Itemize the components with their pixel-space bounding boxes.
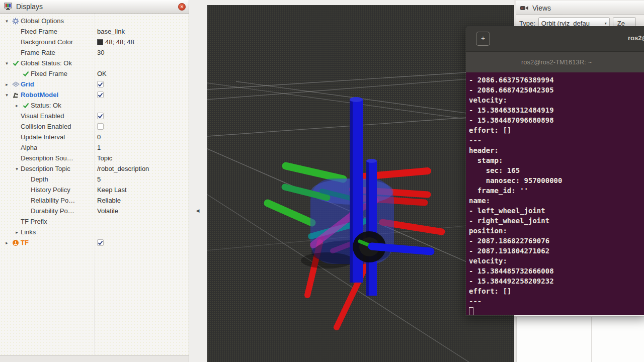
terminal-line: - 2087.191804271062 (469, 246, 644, 256)
property-label: TF Prefix (21, 218, 47, 225)
new-tab-icon[interactable]: + (476, 32, 490, 46)
property-value[interactable] (97, 111, 104, 121)
property-value-text: Volatile (97, 207, 118, 215)
property-value[interactable] (97, 121, 104, 132)
expander-closed-icon[interactable]: ▸ (3, 82, 11, 87)
property-value[interactable]: 1 (97, 142, 101, 153)
property-label: History Policy (31, 186, 70, 194)
property-value[interactable]: Volatile (97, 206, 118, 216)
checkbox-checked[interactable] (97, 239, 104, 246)
property-value-text: Keep Last (97, 186, 127, 194)
property-value-text: 30 (97, 49, 104, 56)
property-value[interactable]: 48; 48; 48 (97, 37, 134, 47)
property-value[interactable]: Keep Last (97, 185, 127, 195)
property-row-frame-rate[interactable]: Frame Rate30 (0, 47, 189, 58)
property-value-text: 0 (97, 133, 101, 141)
terminal-line: - 2086.6687425042305 (469, 85, 644, 95)
panel-collapse-icon[interactable]: ◀ (194, 207, 201, 215)
property-row-tf-prefix[interactable]: TF Prefix (0, 216, 189, 227)
property-row-visual-enabled[interactable]: Visual Enabled (0, 111, 189, 121)
property-label: Background Color (21, 38, 73, 46)
checkbox-checked[interactable] (97, 81, 104, 87)
expander-open-icon[interactable]: ▾ (3, 61, 11, 66)
close-icon[interactable]: × (178, 3, 186, 11)
property-row-global-status-ok[interactable]: ▾Global Status: Ok (0, 58, 189, 68)
terminal-line: sec: 165 (469, 165, 644, 175)
property-value-text: /robot_description (97, 165, 149, 172)
terminal-cursor (469, 307, 473, 315)
robot-model-icon (11, 92, 21, 98)
property-value: OK (97, 68, 107, 79)
terminal-line: - 2086.6637576389994 (469, 75, 644, 85)
terminal-line: velocity: (469, 256, 644, 266)
property-row-description-sou[interactable]: Description Sou…Topic (0, 153, 189, 163)
property-label: Description Topic (21, 165, 70, 172)
terminal-titlebar[interactable]: + ros2@ros2-TM1613R: ~ (466, 26, 644, 51)
property-row-description-topic[interactable]: ▾Description Topic/robot_description (0, 163, 189, 174)
property-label: Frame Rate (21, 49, 55, 56)
property-row-collision-enabled[interactable]: Collision Enabled (0, 121, 189, 132)
expander-open-icon[interactable]: ▾ (3, 19, 11, 24)
property-value-text: 1 (97, 144, 101, 151)
displays-panel-bottom-strip (0, 355, 189, 362)
expander-closed-icon[interactable]: ▸ (13, 230, 21, 235)
terminal-tab-bar[interactable]: ros2@ros2-TM1613R: ~ (466, 51, 644, 72)
chevron-down-icon: ▾ (605, 21, 607, 26)
property-label: Depth (31, 175, 48, 183)
property-value[interactable]: 30 (97, 47, 104, 58)
property-value[interactable]: Reliable (97, 195, 121, 206)
robot-model (268, 97, 442, 327)
property-value[interactable] (97, 237, 104, 248)
property-value[interactable] (97, 89, 104, 100)
checkbox-checked[interactable] (97, 92, 104, 98)
property-row-history-policy[interactable]: History PolicyKeep Last (0, 185, 189, 195)
property-value[interactable]: Topic (97, 153, 112, 163)
property-label: RobotModel (21, 91, 58, 99)
property-row-links[interactable]: ▸Links (0, 227, 189, 237)
property-row-reliability-po[interactable]: Reliability Po…Reliable (0, 195, 189, 206)
property-row-update-interval[interactable]: Update Interval0 (0, 132, 189, 142)
property-value[interactable]: /robot_description (97, 163, 149, 174)
displays-property-tree: ▾Global OptionsFixed Framebase_linkBackg… (0, 14, 189, 355)
property-row-robotmodel[interactable]: ▾RobotModel (0, 89, 189, 100)
property-row-grid[interactable]: ▸Grid (0, 79, 189, 89)
property-row-status-ok[interactable]: ▸Status: Ok (0, 100, 189, 111)
checkbox-checked[interactable] (97, 113, 104, 119)
property-label: Links (21, 228, 36, 236)
property-row-tf[interactable]: ▸TF (0, 237, 189, 248)
expander-closed-icon[interactable]: ▸ (3, 240, 11, 245)
tf-icon (11, 239, 21, 246)
property-row-depth[interactable]: Depth5 (0, 174, 189, 185)
property-row-alpha[interactable]: Alpha1 (0, 142, 189, 153)
terminal-line: header: (469, 145, 644, 155)
views-panel-title: Views (532, 4, 551, 12)
terminal-line: - 15.384492258209232 (469, 276, 644, 286)
property-label: Collision Enabled (21, 123, 71, 130)
property-row-fixed-frame[interactable]: Fixed Framebase_link (0, 26, 189, 37)
property-row-global-options[interactable]: ▾Global Options (0, 16, 189, 26)
property-value[interactable]: 5 (97, 174, 101, 185)
property-label: Status: Ok (31, 102, 61, 109)
property-row-fixed-frame[interactable]: Fixed FrameOK (0, 68, 189, 79)
terminal-line: --- (469, 135, 644, 145)
checkbox-unchecked[interactable] (97, 123, 104, 130)
expander-open-icon[interactable]: ▾ (3, 93, 11, 98)
views-list-area[interactable] (516, 317, 644, 362)
status-ok-check-icon (21, 103, 31, 108)
property-value[interactable]: 0 (97, 132, 101, 142)
terminal-output[interactable]: - 2086.6637576389994- 2086.6687425042305… (466, 72, 644, 316)
terminal-line: position: (469, 226, 644, 236)
property-row-durability-po[interactable]: Durability Po…Volatile (0, 206, 189, 216)
property-label: Visual Enabled (21, 112, 64, 120)
property-value[interactable]: base_link (97, 26, 125, 37)
displays-panel: Displays × ▾Global OptionsFixed Framebas… (0, 0, 189, 362)
property-label: Fixed Frame (21, 28, 57, 35)
expander-open-icon[interactable]: ▾ (13, 166, 21, 171)
property-row-background-color[interactable]: Background Color48; 48; 48 (0, 37, 189, 47)
displays-panel-title: Displays (16, 3, 43, 11)
expander-closed-icon[interactable]: ▸ (13, 103, 21, 108)
terminal-line: nanosec: 957000000 (469, 175, 644, 186)
property-value[interactable] (97, 79, 104, 89)
terminal-line: - 15.384485732666008 (469, 266, 644, 276)
terminal-line: velocity: (469, 95, 644, 105)
